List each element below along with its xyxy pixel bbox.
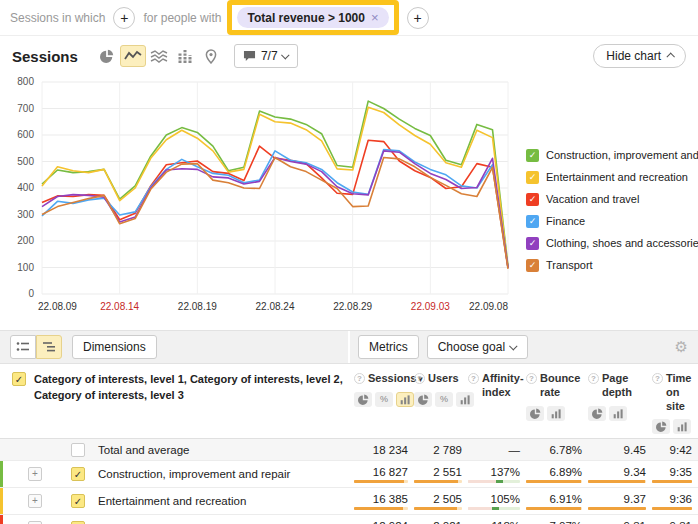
legend-label: Clothing, shoes and accessories xyxy=(546,237,698,249)
pie-chart-icon[interactable] xyxy=(94,45,120,67)
bars-toggle-icon[interactable] xyxy=(609,406,627,421)
pie-toggle-icon[interactable] xyxy=(588,406,606,421)
metric-value: 9.31 xyxy=(588,520,646,524)
row-checkbox[interactable]: ✓ xyxy=(71,494,85,508)
metrica-report-page: Sessions in which + for people with Tota… xyxy=(0,0,698,524)
metric-value-cell: 2 789 xyxy=(414,444,468,456)
bars-toggle-icon[interactable] xyxy=(547,406,565,421)
metric-bar xyxy=(526,480,582,483)
help-icon[interactable]: ? xyxy=(414,373,425,384)
bars-toggle-icon[interactable] xyxy=(673,419,691,434)
gear-icon[interactable]: ⚙ xyxy=(675,338,688,356)
help-icon[interactable]: ? xyxy=(468,373,479,384)
legend-label: Construction, improvement and repair xyxy=(546,149,698,161)
legend-checkbox[interactable]: ✓ xyxy=(526,193,539,206)
legend-item[interactable]: ✓Vacation and travel xyxy=(526,188,694,210)
legend-checkbox[interactable]: ✓ xyxy=(526,215,539,228)
metric-column-header[interactable]: ?Page depth xyxy=(588,370,652,438)
metric-value: 9:36 xyxy=(652,493,692,505)
metric-value: 2 789 xyxy=(414,444,462,456)
legend-item[interactable]: ✓Clothing, shoes and accessories xyxy=(526,232,694,254)
stacked-chart-icon[interactable] xyxy=(146,45,172,67)
bars-toggle-icon[interactable] xyxy=(396,392,414,407)
metric-column-header[interactable]: ?Affinity-index xyxy=(468,370,526,438)
legend-item[interactable]: ✓Entertainment and recreation xyxy=(526,166,694,188)
metric-value: 18 234 xyxy=(354,444,408,456)
metric-value: 12 924 xyxy=(354,520,408,524)
map-pin-icon[interactable] xyxy=(198,45,224,67)
add-user-condition-button[interactable]: + xyxy=(407,7,429,29)
help-icon[interactable]: ? xyxy=(526,373,537,384)
legend-item[interactable]: ✓Finance xyxy=(526,210,694,232)
percent-toggle-icon[interactable]: % xyxy=(435,392,453,407)
metric-column-header[interactable]: ?Bounce rate xyxy=(526,370,588,438)
annotations-chip[interactable]: 7/7 xyxy=(234,44,298,68)
table-row[interactable]: +✓Construction, improvement and repair16… xyxy=(0,461,698,488)
row-checkbox[interactable] xyxy=(71,443,85,457)
metric-value: 2 505 xyxy=(414,493,462,505)
legend-checkbox[interactable]: ✓ xyxy=(526,149,539,162)
select-all-checkbox[interactable]: ✓ xyxy=(12,372,26,386)
metric-value-cell: 9:31 xyxy=(652,520,698,524)
metric-column-header[interactable]: ?Users% xyxy=(414,370,468,438)
table-controls-bar: Dimensions Metrics Choose goal ⚙ xyxy=(0,330,698,364)
table-row[interactable]: +✓Entertainment and recreation16 3852 50… xyxy=(0,488,698,515)
pie-toggle-icon[interactable] xyxy=(354,392,372,407)
help-icon[interactable]: ? xyxy=(588,373,599,384)
line-chart-icon[interactable] xyxy=(120,45,146,67)
svg-text:22.08.24: 22.08.24 xyxy=(256,301,295,312)
metric-column-label: Affinity-index xyxy=(482,372,524,400)
segment-condition-chip[interactable]: Total revenue > 1000 × xyxy=(237,7,388,28)
expand-row-button[interactable]: + xyxy=(28,494,42,508)
row-checkbox[interactable]: ✓ xyxy=(71,467,85,481)
metric-column-header[interactable]: ?Sessions▾% xyxy=(354,370,414,438)
dimensions-button[interactable]: Dimensions xyxy=(72,335,157,359)
table-row[interactable]: Total and average18 2342 789—6.78%9.459:… xyxy=(0,439,698,461)
remove-condition-icon[interactable]: × xyxy=(371,10,379,25)
flat-list-view-icon[interactable] xyxy=(10,335,36,359)
legend-label: Transport xyxy=(546,259,593,271)
metric-column-header[interactable]: ?Time on site xyxy=(652,370,698,438)
add-session-condition-button[interactable]: + xyxy=(113,7,135,29)
metric-column-label: Page depth xyxy=(602,372,646,400)
help-icon[interactable]: ? xyxy=(354,373,365,384)
choose-goal-dropdown[interactable]: Choose goal xyxy=(427,335,528,359)
line-chart-svg[interactable]: 010020030040050060070080022.08.0922.08.1… xyxy=(0,72,534,324)
metric-bar xyxy=(652,507,692,510)
pie-toggle-icon[interactable] xyxy=(652,419,670,434)
row-color-stripe xyxy=(0,488,3,514)
expand-row-button[interactable]: + xyxy=(28,467,42,481)
row-label: Construction, improvement and repair xyxy=(98,468,290,480)
legend-checkbox[interactable]: ✓ xyxy=(526,237,539,250)
legend-checkbox[interactable]: ✓ xyxy=(526,171,539,184)
legend-checkbox[interactable]: ✓ xyxy=(526,259,539,272)
metric-value-cell: 12 924 xyxy=(354,520,414,524)
metric-display-toggles xyxy=(652,419,691,434)
table-header-row: ✓ Category of interests, level 1, Catego… xyxy=(0,364,698,439)
row-color-stripe xyxy=(0,461,3,487)
metric-value-cell: 105% xyxy=(468,493,526,510)
sessions-in-which-label: Sessions in which xyxy=(10,11,105,25)
help-icon[interactable]: ? xyxy=(652,373,663,384)
legend-label: Finance xyxy=(546,215,585,227)
svg-text:800: 800 xyxy=(17,76,34,87)
legend-item[interactable]: ✓Transport xyxy=(526,254,694,276)
svg-text:200: 200 xyxy=(17,235,34,246)
pie-toggle-icon[interactable] xyxy=(414,392,432,407)
metric-display-toggles xyxy=(526,406,565,421)
legend-item[interactable]: ✓Construction, improvement and repair xyxy=(526,144,694,166)
metrics-button[interactable]: Metrics xyxy=(358,335,419,359)
column-chart-icon[interactable] xyxy=(172,45,198,67)
dimension-controls: Dimensions xyxy=(0,331,348,363)
pie-toggle-icon[interactable] xyxy=(526,406,544,421)
tree-view-icon[interactable] xyxy=(36,335,62,359)
chart-title: Sessions xyxy=(12,48,78,65)
legend-label: Vacation and travel xyxy=(546,193,639,205)
svg-text:400: 400 xyxy=(17,182,34,193)
metric-value-cell: 9.31 xyxy=(588,520,652,524)
table-row[interactable]: +✓Vacation and travel12 9242 021118%7.07… xyxy=(0,515,698,524)
percent-toggle-icon[interactable]: % xyxy=(375,392,393,407)
hide-chart-button[interactable]: Hide chart xyxy=(593,44,686,68)
choose-goal-label: Choose goal xyxy=(438,340,505,354)
legend-label: Entertainment and recreation xyxy=(546,171,688,183)
